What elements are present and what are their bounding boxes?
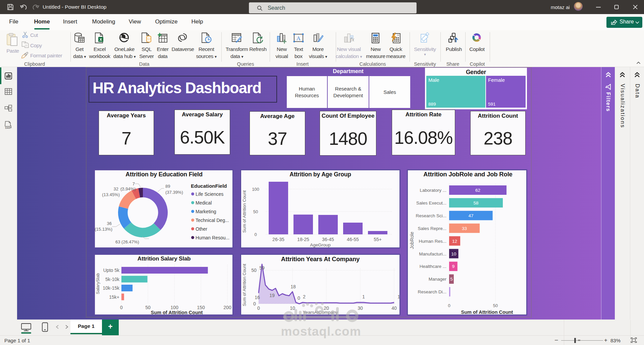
svg-text:Research Di...: Research Di... — [418, 289, 446, 294]
svg-text:5k-10k: 5k-10k — [105, 277, 120, 282]
svg-text:55+: 55+ — [374, 237, 382, 242]
svg-text:(37.39%): (37.39%) — [165, 190, 183, 195]
svg-text:62: 62 — [475, 188, 480, 193]
svg-text:36-45: 36-45 — [322, 237, 334, 242]
svg-text:AgeGroup: AgeGroup — [310, 242, 331, 247]
svg-text:200: 200 — [223, 305, 231, 310]
svg-text:0: 0 — [254, 232, 257, 237]
svg-text:150: 150 — [197, 305, 205, 310]
svg-text:mostaql.com: mostaql.com — [281, 325, 361, 338]
svg-text:18: 18 — [290, 284, 296, 289]
svg-text:Manager: Manager — [429, 277, 447, 282]
svg-text:Sum of Attrition Count: Sum of Attrition Count — [242, 190, 247, 233]
svg-text:Healthcare ...: Healthcare ... — [420, 264, 446, 269]
svg-text:18-25: 18-25 — [297, 237, 309, 242]
svg-text:0: 0 — [120, 305, 123, 310]
svg-text:Sales Repre...: Sales Repre... — [418, 226, 446, 231]
svg-text:10: 10 — [451, 251, 456, 256]
svg-text:10k-15k: 10k-15k — [103, 285, 120, 291]
svg-text:DAX: DAX — [5, 126, 11, 129]
svg-text:32: 32 — [114, 186, 118, 191]
svg-text:12: 12 — [452, 239, 457, 244]
svg-text:0: 0 — [448, 303, 450, 308]
svg-text:Sum of Attrition Count: Sum of Attrition Count — [242, 264, 247, 306]
svg-text:Manufacturi...: Manufacturi... — [419, 251, 446, 256]
svg-text:(15.13%): (15.13%) — [95, 227, 112, 232]
svg-text:50: 50 — [145, 305, 151, 310]
svg-text:X: X — [100, 38, 102, 42]
svg-text:59: 59 — [259, 265, 265, 271]
svg-text:fx: fx — [350, 36, 355, 43]
svg-text:Laboratory ...: Laboratory ... — [420, 188, 446, 193]
svg-text:JobRole: JobRole — [409, 232, 415, 249]
svg-text:26-35: 26-35 — [272, 237, 284, 242]
svg-text:0: 0 — [257, 305, 260, 311]
svg-text:0: 0 — [253, 301, 256, 306]
svg-text:5: 5 — [450, 277, 453, 282]
svg-text:40: 40 — [391, 305, 397, 311]
svg-text:(2.94%): (2.94%) — [120, 186, 136, 191]
svg-text:15k+: 15k+ — [109, 294, 119, 300]
svg-text:36: 36 — [107, 221, 112, 226]
svg-text:1: 1 — [397, 294, 400, 299]
svg-text:(13.45%): (13.45%) — [102, 192, 120, 197]
svg-text:50: 50 — [251, 268, 257, 273]
svg-text:50: 50 — [253, 209, 258, 214]
svg-text:16: 16 — [255, 295, 260, 300]
svg-text:Sum of Attrition Count: Sum of Attrition Count — [151, 310, 203, 315]
svg-text:50: 50 — [493, 303, 498, 308]
svg-text:7: 7 — [132, 181, 135, 186]
svg-text:Sales Execut...: Sales Execut... — [416, 200, 446, 206]
svg-text:2: 2 — [303, 294, 306, 299]
svg-text:47: 47 — [468, 213, 473, 218]
svg-text:63 (26.47%): 63 (26.47%) — [115, 239, 139, 244]
svg-text:0: 0 — [298, 295, 300, 301]
svg-text:Human Res...: Human Res... — [419, 239, 446, 244]
svg-text:100: 100 — [170, 305, 178, 310]
svg-text:46-55: 46-55 — [347, 237, 359, 242]
svg-text:Sum of Attrition Count: Sum of Attrition Count — [461, 309, 513, 315]
svg-text:A: A — [297, 35, 301, 42]
svg-text:89: 89 — [165, 184, 170, 189]
svg-text:9: 9 — [452, 264, 455, 269]
svg-text:33: 33 — [462, 226, 467, 231]
svg-text:Upto 5k: Upto 5k — [103, 268, 120, 273]
svg-text:19: 19 — [269, 293, 275, 298]
svg-text:SalarySlab: SalarySlab — [95, 273, 100, 294]
svg-text:Research Sci...: Research Sci... — [416, 213, 446, 218]
svg-text:100: 100 — [252, 187, 259, 192]
svg-text:1: 1 — [362, 294, 365, 299]
svg-text:58: 58 — [473, 200, 478, 206]
